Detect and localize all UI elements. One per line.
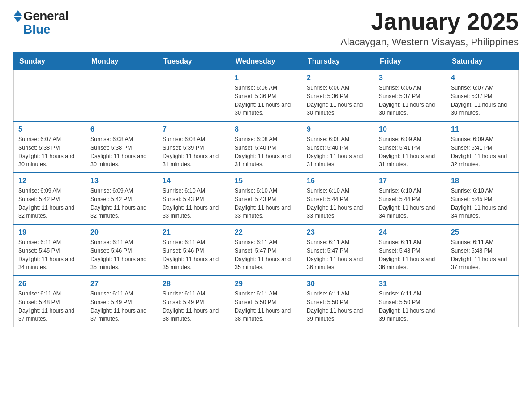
day-number: 24 [379,228,442,236]
day-info: Sunrise: 6:09 AM Sunset: 5:42 PM Dayligh… [90,187,153,220]
day-info: Sunrise: 6:07 AM Sunset: 5:37 PM Dayligh… [451,84,514,117]
calendar-cell: 7Sunrise: 6:08 AM Sunset: 5:39 PM Daylig… [158,121,230,173]
calendar-week-row: 1Sunrise: 6:06 AM Sunset: 5:36 PM Daylig… [14,70,519,122]
day-number: 23 [307,228,369,236]
day-number: 3 [379,74,442,82]
day-number: 1 [235,74,297,82]
day-info: Sunrise: 6:06 AM Sunset: 5:36 PM Dayligh… [235,84,297,117]
calendar-cell: 1Sunrise: 6:06 AM Sunset: 5:36 PM Daylig… [230,70,302,122]
day-info: Sunrise: 6:07 AM Sunset: 5:38 PM Dayligh… [18,135,81,169]
calendar-cell: 12Sunrise: 6:09 AM Sunset: 5:42 PM Dayli… [14,173,86,224]
day-info: Sunrise: 6:08 AM Sunset: 5:40 PM Dayligh… [235,135,297,169]
day-number: 11 [451,125,514,133]
day-number: 31 [379,280,442,288]
day-number: 6 [90,125,153,133]
calendar-cell: 28Sunrise: 6:11 AM Sunset: 5:49 PM Dayli… [158,276,230,327]
day-info: Sunrise: 6:11 AM Sunset: 5:49 PM Dayligh… [163,290,225,323]
calendar-cell: 21Sunrise: 6:11 AM Sunset: 5:46 PM Dayli… [158,224,230,276]
day-number: 17 [379,177,442,185]
day-number: 13 [90,177,153,185]
calendar-cell: 25Sunrise: 6:11 AM Sunset: 5:48 PM Dayli… [446,224,519,276]
day-info: Sunrise: 6:11 AM Sunset: 5:48 PM Dayligh… [18,290,81,323]
calendar-cell: 24Sunrise: 6:11 AM Sunset: 5:48 PM Dayli… [374,224,446,276]
calendar-cell: 3Sunrise: 6:06 AM Sunset: 5:37 PM Daylig… [374,70,446,122]
calendar-cell: 22Sunrise: 6:11 AM Sunset: 5:47 PM Dayli… [230,224,302,276]
page-subtitle: Alacaygan, Western Visayas, Philippines [340,36,519,48]
calendar-cell: 18Sunrise: 6:10 AM Sunset: 5:45 PM Dayli… [446,173,519,224]
calendar-week-row: 26Sunrise: 6:11 AM Sunset: 5:48 PM Dayli… [14,276,519,327]
calendar-cell [14,70,86,122]
day-info: Sunrise: 6:10 AM Sunset: 5:43 PM Dayligh… [235,187,297,220]
calendar-week-row: 12Sunrise: 6:09 AM Sunset: 5:42 PM Dayli… [14,173,519,224]
logo: General Blue [13,9,69,37]
day-number: 18 [451,177,514,185]
calendar-cell: 31Sunrise: 6:11 AM Sunset: 5:50 PM Dayli… [374,276,446,327]
calendar-cell: 5Sunrise: 6:07 AM Sunset: 5:38 PM Daylig… [14,121,86,173]
day-info: Sunrise: 6:11 AM Sunset: 5:48 PM Dayligh… [379,238,442,272]
header: General Blue January 2025 Alacaygan, Wes… [13,9,519,48]
day-info: Sunrise: 6:08 AM Sunset: 5:39 PM Dayligh… [163,135,225,169]
day-number: 22 [235,228,297,236]
day-info: Sunrise: 6:10 AM Sunset: 5:44 PM Dayligh… [379,187,442,220]
day-number: 16 [307,177,369,185]
day-number: 4 [451,74,514,82]
day-info: Sunrise: 6:09 AM Sunset: 5:41 PM Dayligh… [451,135,514,169]
day-number: 28 [163,280,225,288]
day-info: Sunrise: 6:10 AM Sunset: 5:45 PM Dayligh… [451,187,514,220]
day-info: Sunrise: 6:06 AM Sunset: 5:36 PM Dayligh… [307,84,369,117]
logo-icon [13,10,22,22]
day-number: 7 [163,125,225,133]
calendar-cell: 11Sunrise: 6:09 AM Sunset: 5:41 PM Dayli… [446,121,519,173]
calendar-cell: 6Sunrise: 6:08 AM Sunset: 5:38 PM Daylig… [86,121,158,173]
day-info: Sunrise: 6:11 AM Sunset: 5:46 PM Dayligh… [90,238,153,272]
calendar-cell: 8Sunrise: 6:08 AM Sunset: 5:40 PM Daylig… [230,121,302,173]
day-info: Sunrise: 6:11 AM Sunset: 5:47 PM Dayligh… [307,238,369,272]
day-info: Sunrise: 6:11 AM Sunset: 5:50 PM Dayligh… [235,290,297,323]
logo-blue: Blue [23,22,51,37]
page-title: January 2025 [340,9,519,34]
day-number: 27 [90,280,153,288]
calendar-header-monday: Monday [86,53,158,70]
calendar-cell: 10Sunrise: 6:09 AM Sunset: 5:41 PM Dayli… [374,121,446,173]
day-number: 8 [235,125,297,133]
calendar-header-saturday: Saturday [446,53,519,70]
calendar-cell: 26Sunrise: 6:11 AM Sunset: 5:48 PM Dayli… [14,276,86,327]
day-info: Sunrise: 6:11 AM Sunset: 5:47 PM Dayligh… [235,238,297,272]
calendar-cell: 9Sunrise: 6:08 AM Sunset: 5:40 PM Daylig… [302,121,374,173]
day-info: Sunrise: 6:09 AM Sunset: 5:42 PM Dayligh… [18,187,81,220]
day-info: Sunrise: 6:06 AM Sunset: 5:37 PM Dayligh… [379,84,442,117]
calendar-cell: 20Sunrise: 6:11 AM Sunset: 5:46 PM Dayli… [86,224,158,276]
day-number: 21 [163,228,225,236]
day-info: Sunrise: 6:11 AM Sunset: 5:46 PM Dayligh… [163,238,225,272]
day-info: Sunrise: 6:11 AM Sunset: 5:49 PM Dayligh… [90,290,153,323]
title-area: January 2025 Alacaygan, Western Visayas,… [340,9,519,48]
calendar-cell: 15Sunrise: 6:10 AM Sunset: 5:43 PM Dayli… [230,173,302,224]
day-number: 14 [163,177,225,185]
calendar-week-row: 5Sunrise: 6:07 AM Sunset: 5:38 PM Daylig… [14,121,519,173]
day-info: Sunrise: 6:11 AM Sunset: 5:50 PM Dayligh… [379,290,442,323]
day-info: Sunrise: 6:10 AM Sunset: 5:43 PM Dayligh… [163,187,225,220]
day-info: Sunrise: 6:08 AM Sunset: 5:40 PM Dayligh… [307,135,369,169]
calendar-cell [446,276,519,327]
calendar-cell: 19Sunrise: 6:11 AM Sunset: 5:45 PM Dayli… [14,224,86,276]
calendar-cell: 17Sunrise: 6:10 AM Sunset: 5:44 PM Dayli… [374,173,446,224]
calendar-cell: 27Sunrise: 6:11 AM Sunset: 5:49 PM Dayli… [86,276,158,327]
day-number: 5 [18,125,81,133]
calendar-cell: 30Sunrise: 6:11 AM Sunset: 5:50 PM Dayli… [302,276,374,327]
day-info: Sunrise: 6:08 AM Sunset: 5:38 PM Dayligh… [90,135,153,169]
day-number: 2 [307,74,369,82]
day-number: 12 [18,177,81,185]
day-info: Sunrise: 6:11 AM Sunset: 5:50 PM Dayligh… [307,290,369,323]
day-number: 29 [235,280,297,288]
calendar-header-friday: Friday [374,53,446,70]
day-number: 26 [18,280,81,288]
day-number: 25 [451,228,514,236]
calendar-header-tuesday: Tuesday [158,53,230,70]
day-number: 20 [90,228,153,236]
calendar-cell: 2Sunrise: 6:06 AM Sunset: 5:36 PM Daylig… [302,70,374,122]
calendar-table: SundayMondayTuesdayWednesdayThursdayFrid… [13,52,519,327]
calendar-cell [158,70,230,122]
calendar-cell: 14Sunrise: 6:10 AM Sunset: 5:43 PM Dayli… [158,173,230,224]
calendar-cell [86,70,158,122]
day-info: Sunrise: 6:09 AM Sunset: 5:41 PM Dayligh… [379,135,442,169]
